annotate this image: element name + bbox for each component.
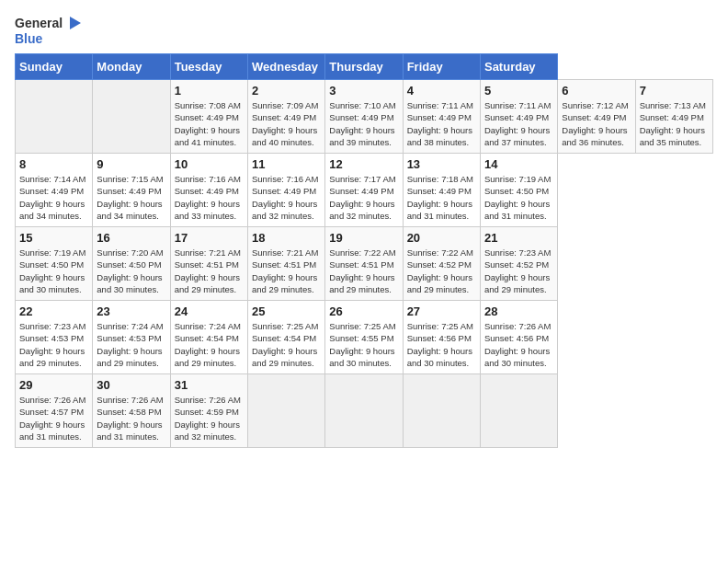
- day-number: 17: [175, 231, 244, 245]
- calendar-day-cell: 26 Sunrise: 7:25 AMSunset: 4:55 PMDaylig…: [325, 301, 403, 374]
- calendar-day-cell: 16 Sunrise: 7:20 AMSunset: 4:50 PMDaylig…: [93, 227, 170, 301]
- day-number: 30: [97, 378, 165, 392]
- calendar-day-cell: 14 Sunrise: 7:19 AMSunset: 4:50 PMDaylig…: [480, 154, 557, 227]
- day-number: 27: [407, 304, 476, 318]
- svg-marker-0: [70, 17, 81, 29]
- day-number: 25: [252, 304, 321, 318]
- day-detail: Sunrise: 7:17 AMSunset: 4:49 PMDaylight:…: [329, 173, 398, 222]
- day-detail: Sunrise: 7:09 AMSunset: 4:49 PMDaylight:…: [252, 99, 321, 148]
- day-detail: Sunrise: 7:22 AMSunset: 4:51 PMDaylight:…: [329, 247, 398, 295]
- calendar-day-cell: 13 Sunrise: 7:18 AMSunset: 4:49 PMDaylig…: [403, 154, 480, 227]
- calendar-day-cell: 24 Sunrise: 7:24 AMSunset: 4:54 PMDaylig…: [170, 301, 247, 374]
- day-number: 21: [484, 231, 553, 245]
- day-number: 29: [19, 378, 88, 392]
- logo-general: General: [15, 16, 63, 30]
- calendar-week-row: 1 Sunrise: 7:08 AMSunset: 4:49 PMDayligh…: [16, 80, 713, 154]
- calendar-day-cell: 9 Sunrise: 7:15 AMSunset: 4:49 PMDayligh…: [93, 154, 170, 227]
- calendar-day-cell: 11 Sunrise: 7:16 AMSunset: 4:49 PMDaylig…: [247, 154, 324, 227]
- calendar-day-cell: 25 Sunrise: 7:25 AMSunset: 4:54 PMDaylig…: [247, 301, 324, 374]
- calendar-day-cell: 3 Sunrise: 7:10 AMSunset: 4:49 PMDayligh…: [325, 80, 403, 154]
- day-detail: Sunrise: 7:21 AMSunset: 4:51 PMDaylight:…: [252, 247, 321, 295]
- calendar-day-cell: [325, 374, 403, 448]
- calendar-day-cell: 10 Sunrise: 7:16 AMSunset: 4:49 PMDaylig…: [170, 154, 247, 227]
- calendar-day-cell: 30 Sunrise: 7:26 AMSunset: 4:58 PMDaylig…: [93, 374, 170, 448]
- day-number: 5: [484, 84, 553, 98]
- day-detail: Sunrise: 7:26 AMSunset: 4:57 PMDaylight:…: [19, 394, 88, 442]
- day-detail: Sunrise: 7:25 AMSunset: 4:54 PMDaylight:…: [252, 320, 321, 369]
- day-number: 2: [252, 84, 321, 98]
- day-detail: Sunrise: 7:25 AMSunset: 4:55 PMDaylight:…: [329, 320, 398, 369]
- day-number: 28: [484, 304, 553, 318]
- day-detail: Sunrise: 7:16 AMSunset: 4:49 PMDaylight:…: [252, 173, 321, 222]
- day-detail: Sunrise: 7:12 AMSunset: 4:49 PMDaylight:…: [562, 99, 631, 148]
- day-number: 15: [19, 231, 88, 245]
- weekday-header: Saturday: [480, 54, 557, 80]
- day-number: 16: [97, 231, 165, 245]
- day-number: 13: [407, 157, 476, 171]
- calendar-day-cell: 2 Sunrise: 7:09 AMSunset: 4:49 PMDayligh…: [247, 80, 324, 154]
- logo: General Blue: [15, 15, 81, 46]
- calendar-day-cell: [247, 374, 324, 448]
- day-detail: Sunrise: 7:25 AMSunset: 4:56 PMDaylight:…: [407, 320, 476, 369]
- calendar-day-cell: 22 Sunrise: 7:23 AMSunset: 4:53 PMDaylig…: [16, 301, 93, 374]
- day-detail: Sunrise: 7:20 AMSunset: 4:50 PMDaylight:…: [97, 247, 165, 295]
- day-number: 1: [175, 84, 244, 98]
- calendar-day-cell: 17 Sunrise: 7:21 AMSunset: 4:51 PMDaylig…: [170, 227, 247, 301]
- calendar-week-row: 15 Sunrise: 7:19 AMSunset: 4:50 PMDaylig…: [16, 227, 713, 301]
- day-number: 31: [175, 378, 244, 392]
- day-number: 10: [175, 157, 244, 171]
- day-number: 22: [19, 304, 88, 318]
- day-detail: Sunrise: 7:24 AMSunset: 4:54 PMDaylight:…: [175, 320, 244, 369]
- day-number: 6: [562, 84, 631, 98]
- day-number: 12: [329, 157, 398, 171]
- day-number: 20: [407, 231, 476, 245]
- calendar-day-cell: 12 Sunrise: 7:17 AMSunset: 4:49 PMDaylig…: [325, 154, 403, 227]
- day-detail: Sunrise: 7:23 AMSunset: 4:52 PMDaylight:…: [484, 247, 553, 295]
- calendar-day-cell: 19 Sunrise: 7:22 AMSunset: 4:51 PMDaylig…: [325, 227, 403, 301]
- day-number: 9: [97, 157, 165, 171]
- day-detail: Sunrise: 7:08 AMSunset: 4:49 PMDaylight:…: [175, 99, 244, 148]
- day-number: 26: [329, 304, 398, 318]
- calendar-day-cell: 29 Sunrise: 7:26 AMSunset: 4:57 PMDaylig…: [16, 374, 93, 448]
- weekday-header: Thursday: [325, 54, 403, 80]
- day-detail: Sunrise: 7:16 AMSunset: 4:49 PMDaylight:…: [175, 173, 244, 222]
- calendar-day-cell: 8 Sunrise: 7:14 AMSunset: 4:49 PMDayligh…: [16, 154, 93, 227]
- calendar-day-cell: 4 Sunrise: 7:11 AMSunset: 4:49 PMDayligh…: [403, 80, 480, 154]
- day-detail: Sunrise: 7:26 AMSunset: 4:59 PMDaylight:…: [175, 394, 244, 442]
- calendar-day-cell: 31 Sunrise: 7:26 AMSunset: 4:59 PMDaylig…: [170, 374, 247, 448]
- weekday-header: Tuesday: [170, 54, 247, 80]
- day-number: 19: [329, 231, 398, 245]
- calendar-day-cell: [93, 80, 170, 154]
- day-detail: Sunrise: 7:18 AMSunset: 4:49 PMDaylight:…: [407, 173, 476, 222]
- calendar-week-row: 8 Sunrise: 7:14 AMSunset: 4:49 PMDayligh…: [16, 154, 713, 227]
- day-detail: Sunrise: 7:22 AMSunset: 4:52 PMDaylight:…: [407, 247, 476, 295]
- day-detail: Sunrise: 7:11 AMSunset: 4:49 PMDaylight:…: [484, 99, 553, 148]
- day-detail: Sunrise: 7:13 AMSunset: 4:49 PMDaylight:…: [640, 99, 709, 148]
- calendar-table: SundayMondayTuesdayWednesdayThursdayFrid…: [15, 53, 713, 448]
- logo-arrow-icon: [64, 15, 81, 31]
- day-detail: Sunrise: 7:19 AMSunset: 4:50 PMDaylight:…: [484, 173, 553, 222]
- day-number: 23: [97, 304, 165, 318]
- calendar-day-cell: 6 Sunrise: 7:12 AMSunset: 4:49 PMDayligh…: [558, 80, 635, 154]
- day-detail: Sunrise: 7:21 AMSunset: 4:51 PMDaylight:…: [175, 247, 244, 295]
- day-number: 4: [407, 84, 476, 98]
- calendar-week-row: 22 Sunrise: 7:23 AMSunset: 4:53 PMDaylig…: [16, 301, 713, 374]
- day-detail: Sunrise: 7:24 AMSunset: 4:53 PMDaylight:…: [97, 320, 165, 369]
- calendar-week-row: 29 Sunrise: 7:26 AMSunset: 4:57 PMDaylig…: [16, 374, 713, 448]
- calendar-day-cell: 28 Sunrise: 7:26 AMSunset: 4:56 PMDaylig…: [480, 301, 557, 374]
- day-number: 3: [329, 84, 398, 98]
- day-detail: Sunrise: 7:19 AMSunset: 4:50 PMDaylight:…: [19, 247, 88, 295]
- day-number: 24: [175, 304, 244, 318]
- calendar-day-cell: 27 Sunrise: 7:25 AMSunset: 4:56 PMDaylig…: [403, 301, 480, 374]
- day-number: 18: [252, 231, 321, 245]
- calendar-day-cell: 20 Sunrise: 7:22 AMSunset: 4:52 PMDaylig…: [403, 227, 480, 301]
- day-detail: Sunrise: 7:10 AMSunset: 4:49 PMDaylight:…: [329, 99, 398, 148]
- day-number: 14: [484, 157, 553, 171]
- calendar-day-cell: 18 Sunrise: 7:21 AMSunset: 4:51 PMDaylig…: [247, 227, 324, 301]
- logo-blue: Blue: [15, 31, 42, 46]
- weekday-header: Sunday: [16, 54, 93, 80]
- weekday-header: Wednesday: [247, 54, 324, 80]
- day-detail: Sunrise: 7:11 AMSunset: 4:49 PMDaylight:…: [407, 99, 476, 148]
- calendar-day-cell: 21 Sunrise: 7:23 AMSunset: 4:52 PMDaylig…: [480, 227, 557, 301]
- day-detail: Sunrise: 7:26 AMSunset: 4:58 PMDaylight:…: [97, 394, 165, 442]
